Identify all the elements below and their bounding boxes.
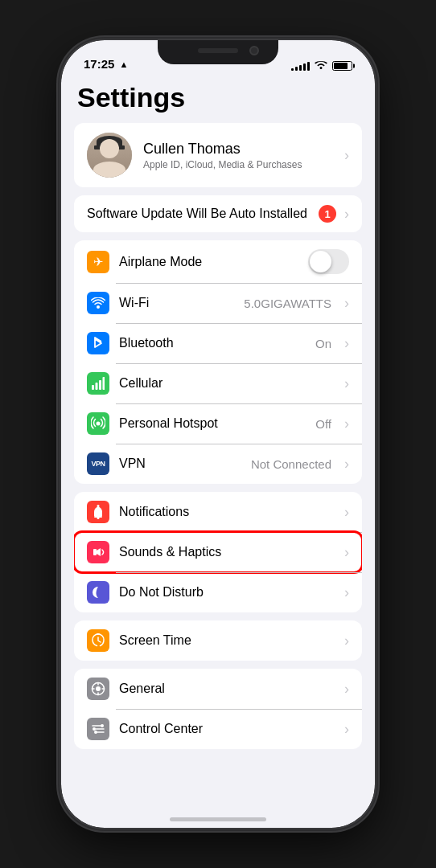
svg-rect-9 <box>93 549 97 555</box>
profile-section[interactable]: Cullen Thomas Apple ID, iCloud, Media & … <box>74 123 362 187</box>
sounds-icon <box>87 541 109 563</box>
donotdisturb-label: Do Not Disturb <box>119 585 335 600</box>
avatar <box>87 133 132 178</box>
notifications-row[interactable]: Notifications › <box>74 492 362 532</box>
notch <box>158 40 278 64</box>
controlcenter-label: Control Center <box>119 722 335 736</box>
content-area: Settings Cullen Thomas Apple ID, <box>61 76 375 773</box>
notifications-chevron: › <box>344 504 349 521</box>
front-camera <box>249 46 259 55</box>
wifi-setting-icon <box>87 292 109 314</box>
update-label: Software Update Will Be Auto Installed <box>87 207 311 221</box>
update-chevron: › <box>344 206 349 223</box>
svg-rect-4 <box>103 377 105 390</box>
airplane-mode-row[interactable]: ✈ Airplane Mode <box>74 240 362 283</box>
signal-bars <box>291 62 310 71</box>
screentime-section: Screen Time › <box>74 620 362 661</box>
location-icon: ▲ <box>119 59 128 69</box>
sounds-chevron: › <box>344 544 349 561</box>
screentime-row[interactable]: Screen Time › <box>74 620 362 661</box>
airplane-toggle[interactable] <box>308 249 349 274</box>
hotspot-chevron: › <box>344 416 349 432</box>
vpn-label-text: VPN <box>119 457 241 471</box>
airplane-icon: ✈ <box>87 251 109 273</box>
general-chevron: › <box>344 681 349 698</box>
svg-rect-8 <box>97 505 100 507</box>
sounds-haptics-row[interactable]: Sounds & Haptics › <box>74 532 362 572</box>
vpn-row[interactable]: VPN VPN Not Connected › <box>74 444 362 484</box>
profile-subtitle: Apple ID, iCloud, Media & Purchases <box>143 159 333 170</box>
donotdisturb-icon <box>87 581 109 604</box>
bluetooth-row[interactable]: Bluetooth On › <box>74 323 362 363</box>
bluetooth-value: On <box>315 337 331 350</box>
svg-point-12 <box>96 686 101 691</box>
cellular-icon <box>87 372 109 395</box>
hotspot-icon <box>87 412 109 435</box>
profile-name: Cullen Thomas <box>143 141 333 158</box>
vpn-icon: VPN <box>87 452 109 475</box>
wifi-icon <box>315 61 327 71</box>
controlcenter-chevron: › <box>344 721 349 738</box>
profile-info: Cullen Thomas Apple ID, iCloud, Media & … <box>143 141 333 170</box>
screentime-chevron: › <box>344 633 349 649</box>
svg-rect-3 <box>99 380 101 390</box>
wifi-value: 5.0GIGAWATTS <box>244 297 331 310</box>
screen: 17:25 ▲ Se <box>61 40 375 828</box>
bluetooth-label: Bluetooth <box>119 336 306 350</box>
system-section: General › Cont <box>74 669 362 749</box>
svg-point-7 <box>97 517 100 519</box>
home-indicator <box>170 817 266 821</box>
wifi-chevron: › <box>344 295 349 312</box>
general-icon <box>87 678 109 700</box>
svg-rect-1 <box>92 385 94 390</box>
software-update-section[interactable]: Software Update Will Be Auto Installed 1… <box>74 195 362 232</box>
controlcenter-icon <box>87 718 109 740</box>
update-badge: 1 <box>319 205 336 223</box>
vpn-chevron: › <box>344 456 349 473</box>
donotdisturb-row[interactable]: Do Not Disturb › <box>74 572 362 612</box>
software-update-row[interactable]: Software Update Will Be Auto Installed 1… <box>74 195 362 232</box>
phone-frame: 17:25 ▲ Se <box>61 40 375 828</box>
cellular-row[interactable]: Cellular › <box>74 363 362 403</box>
bluetooth-icon <box>87 332 109 354</box>
screentime-label: Screen Time <box>119 633 335 648</box>
vpn-value: Not Connected <box>251 457 331 471</box>
svg-point-0 <box>97 305 100 309</box>
cellular-label: Cellular <box>119 376 335 391</box>
notifications-section: Notifications › Sounds & Haptics › <box>74 492 362 612</box>
screentime-icon <box>87 629 109 652</box>
svg-rect-2 <box>96 383 98 390</box>
page-title: Settings <box>61 76 375 123</box>
controlcenter-row[interactable]: Control Center › <box>74 709 362 749</box>
svg-rect-10 <box>97 633 100 635</box>
hotspot-row[interactable]: Personal Hotspot Off › <box>74 403 362 444</box>
notifications-label: Notifications <box>119 505 335 519</box>
battery-icon <box>332 61 352 71</box>
cellular-chevron: › <box>344 375 349 392</box>
general-label: General <box>119 682 335 696</box>
profile-chevron: › <box>344 147 349 164</box>
notifications-icon <box>87 501 109 523</box>
bluetooth-chevron: › <box>344 335 349 352</box>
donotdisturb-chevron: › <box>344 584 349 601</box>
hotspot-value: Off <box>315 417 331 431</box>
profile-row[interactable]: Cullen Thomas Apple ID, iCloud, Media & … <box>74 123 362 187</box>
svg-point-5 <box>97 422 101 426</box>
hotspot-label: Personal Hotspot <box>119 416 306 431</box>
wifi-row[interactable]: Wi-Fi 5.0GIGAWATTS › <box>74 283 362 323</box>
general-row[interactable]: General › <box>74 669 362 709</box>
status-icons <box>291 61 352 71</box>
sounds-label: Sounds & Haptics <box>119 545 335 559</box>
wifi-label: Wi-Fi <box>119 296 234 310</box>
airplane-label: Airplane Mode <box>119 255 298 269</box>
connectivity-section: ✈ Airplane Mode <box>74 240 362 484</box>
status-time: 17:25 ▲ <box>84 57 128 71</box>
speaker <box>198 48 238 53</box>
